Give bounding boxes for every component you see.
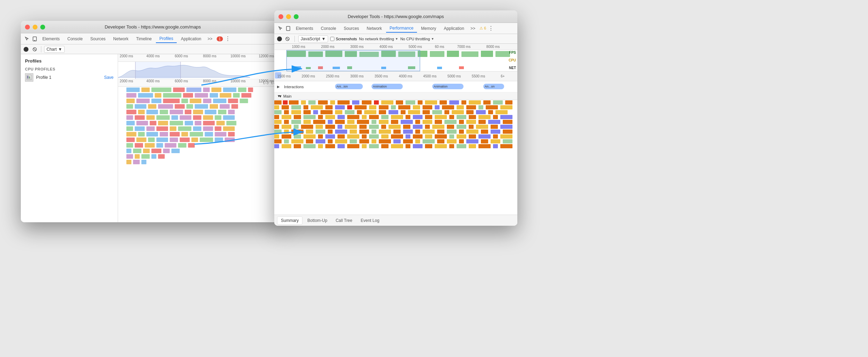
interactions-row[interactable]: ▶ Interactions Ani...ion Animation Anima… [274, 81, 517, 92]
right-inspect-icon[interactable] [277, 25, 284, 32]
clear-button[interactable] [31, 46, 38, 53]
flame-background [118, 87, 285, 205]
svg-rect-209 [345, 110, 354, 114]
chart-select[interactable]: Chart ▼ [44, 46, 65, 53]
tab-timeline[interactable]: Timeline [133, 35, 155, 43]
tab-application[interactable]: Application [177, 35, 205, 43]
svg-rect-313 [282, 134, 291, 139]
main-flame-chart[interactable] [274, 100, 517, 226]
svg-rect-292 [291, 130, 303, 134]
perf-clear-button[interactable] [284, 35, 291, 42]
svg-rect-351 [459, 139, 464, 143]
minimize-button[interactable] [33, 25, 37, 30]
left-content: Profiles CPU PROFILES Profile 1 Save [21, 54, 285, 222]
cpu-bar: CPU [274, 58, 517, 65]
svg-rect-30 [241, 93, 251, 98]
svg-rect-185 [325, 105, 333, 109]
svg-rect-142 [418, 51, 427, 57]
tab-network[interactable]: Network [110, 35, 132, 43]
screenshots-check[interactable] [330, 37, 334, 41]
svg-rect-63 [147, 115, 155, 120]
svg-rect-337 [306, 139, 313, 143]
tab-profiles[interactable]: Profiles [156, 35, 177, 43]
right-maximize-button[interactable] [294, 14, 299, 19]
right-tab-performance[interactable]: Performance [386, 24, 417, 33]
svg-rect-241 [457, 115, 466, 119]
tab-sources[interactable]: Sources [87, 35, 109, 43]
screenshots-checkbox[interactable]: Screenshots [330, 37, 357, 41]
tab-console[interactable]: Console [64, 35, 86, 43]
svg-rect-74 [158, 121, 168, 125]
svg-rect-65 [172, 115, 178, 120]
bottom-tab-eventlog[interactable]: Event Log [357, 217, 383, 224]
bottom-tab-summary[interactable]: Summary [277, 216, 302, 225]
profiles-sidebar: Profiles CPU PROFILES Profile 1 Save [21, 54, 118, 222]
right-tab-sources[interactable]: Sources [340, 25, 362, 32]
right-devtools-window: Developer Tools - https://www.google.com… [274, 10, 517, 226]
svg-rect-248 [291, 120, 301, 124]
svg-rect-151 [333, 67, 340, 69]
right-tab-network[interactable]: Network [363, 25, 385, 32]
right-tab-console[interactable]: Console [317, 25, 340, 32]
svg-rect-107 [191, 138, 198, 142]
more-tabs-icon[interactable]: >> [206, 35, 215, 43]
fps-svg [274, 50, 517, 58]
svg-rect-119 [133, 149, 141, 153]
device-icon[interactable] [31, 35, 38, 42]
svg-rect-171 [418, 100, 423, 105]
svg-rect-300 [379, 130, 391, 134]
record-button[interactable] [24, 47, 28, 52]
cpu-throttle-select[interactable]: No CPU throttling ▼ [400, 37, 434, 41]
bottom-tab-bottomup[interactable]: Bottom-Up [304, 217, 331, 224]
profile-item[interactable]: Profile 1 Save [21, 72, 118, 83]
timeline-overview[interactable]: 1000 ms 2000 ms 3000 ms 4000 ms 5000 ms … [274, 44, 517, 72]
svg-rect-105 [170, 138, 178, 142]
chart-timeline-top: 2000 ms 4000 ms 6000 ms 8000 ms 10000 ms… [118, 54, 285, 62]
svg-rect-326 [425, 134, 432, 139]
chart-area[interactable]: 2000 ms 4000 ms 6000 ms 8000 ms 10000 ms… [118, 54, 285, 222]
svg-rect-267 [503, 120, 512, 124]
menu-icon[interactable]: ⋮ [225, 35, 231, 42]
right-tab-application[interactable]: Application [440, 25, 468, 32]
svg-rect-109 [215, 138, 223, 142]
close-button[interactable] [25, 25, 30, 30]
svg-rect-304 [423, 130, 435, 134]
svg-rect-169 [396, 100, 403, 105]
perf-record-button[interactable] [277, 36, 282, 41]
right-more-tabs[interactable]: >> [468, 25, 477, 32]
svg-rect-305 [437, 130, 444, 134]
svg-rect-53 [147, 110, 158, 114]
svg-rect-317 [325, 134, 335, 139]
interaction-animation-2: Animation [432, 84, 464, 89]
main-section-header: ▼ ▼ Main [274, 92, 517, 100]
profile-save-link[interactable]: Save [104, 75, 114, 80]
flame-chart[interactable] [118, 87, 285, 205]
maximize-button[interactable] [40, 25, 45, 30]
right-close-button[interactable] [278, 14, 283, 19]
svg-rect-356 [274, 144, 279, 148]
svg-rect-233 [369, 115, 379, 119]
inspect-icon[interactable] [24, 35, 31, 42]
svg-rect-150 [318, 66, 323, 69]
svg-rect-25 [183, 93, 193, 98]
right-tab-elements[interactable]: Elements [292, 25, 317, 32]
right-device-icon[interactable] [285, 25, 292, 32]
right-tab-memory[interactable]: Memory [418, 25, 440, 32]
svg-rect-40 [240, 99, 248, 103]
svg-rect-139 [359, 52, 379, 57]
js-select[interactable]: JavaScript ▼ [298, 35, 328, 42]
svg-rect-61 [126, 115, 133, 120]
svg-rect-160 [301, 100, 306, 105]
right-menu-icon[interactable]: ⋮ [488, 25, 494, 32]
ov-tick-6000: 60 ms [435, 45, 444, 49]
svg-rect-334 [274, 139, 282, 143]
right-minimize-button[interactable] [286, 14, 291, 19]
svg-rect-218 [444, 110, 449, 114]
interactions-expand-icon[interactable]: ▶ [277, 85, 280, 89]
svg-rect-347 [415, 139, 420, 143]
error-badge: 1 [217, 36, 223, 41]
tab-elements[interactable]: Elements [39, 35, 63, 43]
bottom-tab-calltree[interactable]: Call Tree [332, 217, 356, 224]
svg-rect-44 [158, 104, 173, 109]
network-throttle-select[interactable]: No network throttling ▼ [359, 37, 398, 41]
